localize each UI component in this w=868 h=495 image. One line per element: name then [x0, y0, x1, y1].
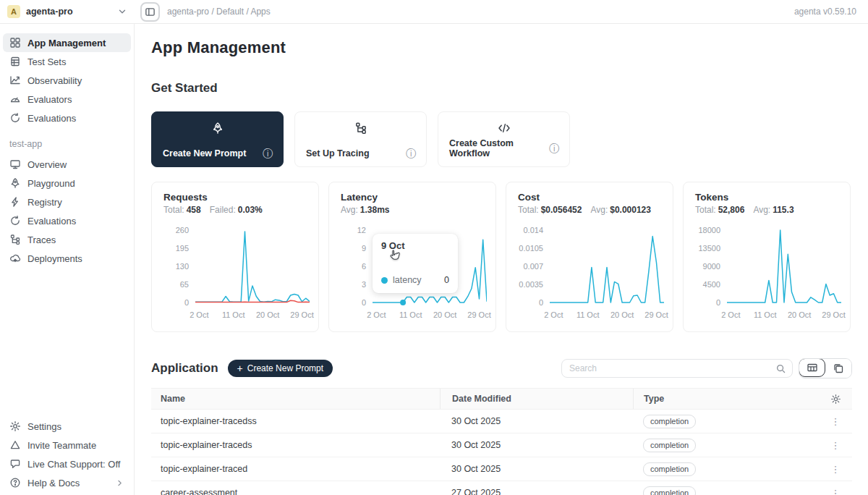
grid-icon — [9, 37, 21, 48]
y-axis-tick: 18000 — [698, 226, 720, 234]
info-icon[interactable]: ⓘ — [406, 148, 416, 158]
type-badge: completion — [643, 486, 696, 495]
info-icon[interactable]: ⓘ — [263, 148, 273, 158]
get-started-card-create-new-prompt[interactable]: Create New Promptⓘ — [151, 111, 284, 167]
create-new-prompt-button[interactable]: + Create New Prompt — [228, 360, 333, 377]
metric-stat: Avg:115.3 — [753, 205, 793, 215]
sidebar-item-label: Settings — [27, 421, 61, 432]
observability-icon — [9, 75, 21, 86]
y-axis-tick: 0.014 — [523, 226, 543, 234]
x-axis-tick: 29 Oct — [290, 310, 313, 319]
sidebar-project-item-overview[interactable]: Overview — [3, 155, 131, 174]
chart-plot: 2 Oct11 Oct20 Oct29 Oct — [727, 227, 841, 320]
metric-chart: 18000135009000450002 Oct11 Oct20 Oct29 O… — [695, 227, 841, 320]
y-axis-tick: 6 — [362, 262, 366, 271]
get-started-cards: Create New PromptⓘSet Up TracingⓘCreate … — [151, 111, 852, 167]
column-header-date-modified[interactable]: Date Modified — [440, 389, 633, 409]
y-axis: 129630 — [341, 227, 373, 305]
sidebar-project-item-evaluations[interactable]: Evaluations — [3, 211, 131, 230]
metric-card-requests: RequestsTotal:458Failed:0.03%26019513065… — [151, 182, 319, 332]
chat-icon — [9, 458, 21, 470]
metric-stat: Total:52,806 — [695, 205, 744, 215]
x-axis: 2 Oct11 Oct20 Oct29 Oct — [373, 308, 487, 320]
card-view-icon — [833, 363, 844, 374]
evaluations-icon — [9, 215, 21, 227]
sidebar-item-label: Overview — [27, 159, 67, 170]
sidebar-footer-item-live-chat-support-off[interactable]: Live Chat Support: Off — [3, 454, 131, 473]
metric-stat: Avg:$0.000123 — [590, 205, 651, 215]
lightning-icon — [9, 196, 21, 208]
row-menu-button[interactable]: ⋮ — [831, 417, 841, 426]
metric-stat: Total:$0.056452 — [518, 205, 582, 215]
sidebar-project-item-playground[interactable]: Playground — [3, 174, 131, 192]
column-header-name[interactable]: Name — [151, 394, 440, 404]
search-input[interactable] — [569, 363, 775, 373]
table-view-button[interactable] — [799, 358, 825, 377]
metric-chart-svg[interactable] — [550, 227, 664, 305]
info-icon[interactable]: ⓘ — [549, 143, 559, 153]
sidebar-footer-item-help-docs[interactable]: Help & Docs — [3, 473, 131, 492]
table-row[interactable]: topic-explainer-traced30 Oct 2025complet… — [151, 457, 852, 481]
workspace-name: agenta-pro — [26, 7, 73, 17]
card-view-button[interactable] — [825, 359, 851, 378]
table-row[interactable]: topic-explainer-traceds30 Oct 2025comple… — [151, 433, 852, 457]
sidebar-item-app-management[interactable]: App Management — [3, 33, 131, 52]
metric-chart-svg[interactable] — [195, 227, 310, 305]
rocket-icon — [9, 177, 21, 189]
y-axis-tick: 0 — [716, 298, 720, 307]
row-menu-button[interactable]: ⋮ — [831, 488, 841, 495]
metric-chart: 2601951306502 Oct11 Oct20 Oct29 Oct — [163, 227, 310, 320]
top-bar: A agenta-pro agenta-pro / Default / Apps… — [0, 0, 868, 24]
get-started-card-set-up-tracing[interactable]: Set Up Tracingⓘ — [294, 111, 427, 167]
metric-stats: Total:52,806Avg:115.3 — [695, 205, 841, 215]
evaluators-icon — [9, 93, 21, 105]
x-axis-tick: 11 Oct — [222, 310, 245, 319]
sidebar-item-label: Evaluations — [27, 216, 76, 227]
sidebar-project-item-deployments[interactable]: Deployments — [3, 249, 131, 268]
row-menu-button[interactable]: ⋮ — [831, 465, 841, 474]
table-header-row: Name Date Modified Type — [151, 388, 852, 410]
row-menu-button[interactable]: ⋮ — [831, 441, 841, 450]
column-header-type[interactable]: Type — [633, 389, 819, 409]
tooltip-value: 0 — [444, 275, 449, 285]
x-axis-tick: 29 Oct — [822, 310, 845, 319]
sidebar-footer-item-invite-teammate[interactable]: Invite Teammate — [3, 436, 131, 454]
y-axis: 0.0140.01050.0070.00350 — [518, 227, 550, 305]
chart-plot: 2 Oct11 Oct20 Oct29 Oct — [550, 227, 664, 320]
get-started-card-create-custom-workflow[interactable]: Create Custom Workflowⓘ — [438, 111, 570, 167]
help-icon — [9, 477, 21, 488]
triangle-icon — [9, 439, 21, 451]
workspace-selector[interactable]: A agenta-pro — [0, 5, 135, 18]
x-axis-tick: 20 Oct — [610, 310, 634, 319]
table-row[interactable]: career-assessment27 Oct 2025completion⋮ — [151, 481, 852, 495]
y-axis-tick: 13500 — [698, 244, 720, 253]
metric-card-tokens: TokensTotal:52,806Avg:115.31800013500900… — [683, 182, 851, 332]
sidebar-item-label: Evaluators — [27, 94, 72, 105]
metric-stat: Total:458 — [163, 205, 201, 215]
metric-title: Cost — [518, 192, 664, 203]
sidebar-item-evaluations[interactable]: Evaluations — [3, 109, 131, 127]
y-axis-tick: 0.0105 — [519, 244, 543, 253]
metric-chart-svg[interactable] — [727, 227, 841, 305]
table-row[interactable]: topic-explainer-tracedss30 Oct 2025compl… — [151, 410, 852, 433]
y-axis-tick: 130 — [176, 262, 189, 271]
chart-plot: 2 Oct11 Oct20 Oct29 Oct — [195, 227, 310, 320]
sidebar-footer-item-settings[interactable]: Settings — [3, 417, 131, 436]
sidebar-project-item-traces[interactable]: Traces — [3, 230, 131, 249]
sidebar-project-item-registry[interactable]: Registry — [3, 192, 131, 211]
test-sets-icon — [9, 56, 21, 67]
cell-date-modified: 27 Oct 2025 — [440, 488, 633, 495]
search-icon[interactable] — [775, 363, 786, 374]
sidebar-toggle-button[interactable] — [140, 2, 160, 22]
sidebar-item-observability[interactable]: Observability — [3, 71, 131, 90]
sidebar-item-test-sets[interactable]: Test Sets — [3, 52, 131, 71]
sidebar-item-evaluators[interactable]: Evaluators — [3, 90, 131, 109]
y-axis-tick: 4500 — [703, 280, 720, 289]
sidebar-item-label: Invite Teammate — [27, 440, 96, 451]
table-settings-gear-icon[interactable] — [830, 394, 841, 405]
x-axis: 2 Oct11 Oct20 Oct29 Oct — [195, 308, 310, 320]
x-axis-tick: 20 Oct — [788, 310, 811, 319]
card-label: Set Up Tracing — [306, 148, 370, 158]
y-axis-tick: 0.007 — [523, 262, 543, 271]
cell-type: completion — [633, 415, 819, 428]
